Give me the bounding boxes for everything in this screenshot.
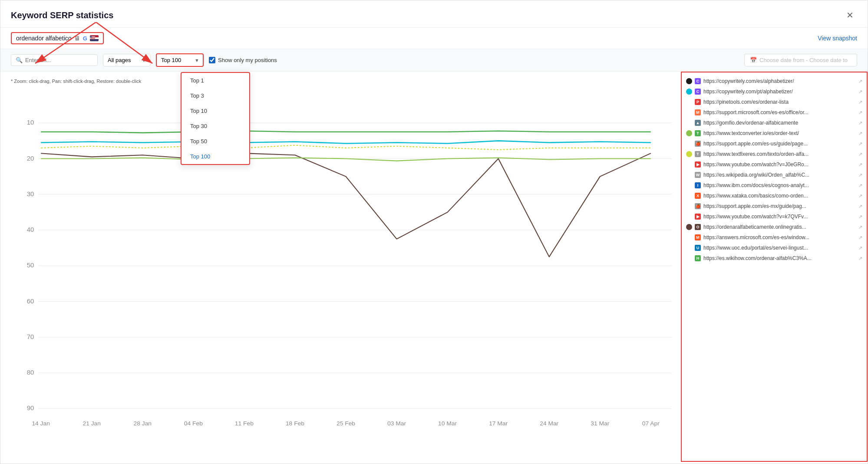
legend-color-placeholder [686,234,692,240]
legend-item[interactable]: ▶ https://www.youtube.com/watch?v=k7QVFv… [682,211,867,222]
dropdown-item-top30[interactable]: Top 30 [182,118,249,134]
external-link-icon: ↗ [858,79,862,84]
legend-item[interactable]: I https://www.ibm.com/docs/es/cognos-ana… [682,180,867,191]
legend-favicon: 🍎 [695,141,701,147]
keyword-text: ordenador alfabetico [16,35,72,42]
url-search-input[interactable] [25,57,93,63]
url-search-wrap: 🔍 [11,54,98,66]
calendar-icon: 📅 [750,57,757,63]
svg-text:21 Jan: 21 Jan [83,420,101,427]
keyword-tag: ordenador alfabetico 🖥 G 🇺🇸 [11,32,104,44]
legend-item[interactable]: ▶ https://www.youtube.com/watch?v=J0eGRo… [682,159,867,170]
close-button[interactable]: ✕ [843,8,857,22]
svg-text:50: 50 [27,262,34,269]
legend-item[interactable]: W https://es.wikipedia.org/wiki/Orden_al… [682,170,867,180]
google-icon: G [83,35,87,42]
external-link-icon: ↗ [858,183,862,188]
legend-favicon: W [695,172,701,178]
monitor-icon: 🖥 [74,35,80,42]
legend-favicon: C [695,78,701,84]
legend-item[interactable]: H https://es.wikihow.com/ordenar-alfab%C… [682,253,867,263]
view-snapshot-button[interactable]: View snapshot [818,35,857,42]
keyword-row: ordenador alfabetico 🖥 G 🇺🇸 View snapsho… [0,28,868,49]
show-my-positions-wrap: Show only my positions [209,57,277,63]
legend-favicon: T [695,151,701,157]
all-pages-select-wrap: All pages ▼ [103,54,151,66]
date-range-picker[interactable]: 📅 Choose date from - Choose date to [744,54,857,66]
date-range-placeholder: Choose date from - Choose date to [759,57,848,63]
svg-text:80: 80 [27,369,34,376]
legend-item[interactable]: T https://www.textconverter.io/es/order-… [682,128,867,138]
legend-favicon: M [695,109,701,115]
external-link-icon: ↗ [858,256,862,261]
chart-svg: 10 20 30 40 50 60 70 80 90 14 Jan 21 Jan… [11,87,681,453]
legend-url: https://www.uoc.edu/portal/es/servei-lin… [703,245,856,251]
legend-color-placeholder [686,172,692,178]
svg-text:31 Mar: 31 Mar [591,420,610,427]
external-link-icon: ↗ [858,120,862,126]
legend-url: https://support.apple.com/es-mx/guide/pa… [703,203,856,209]
external-link-icon: ↗ [858,245,862,251]
svg-text:18 Feb: 18 Feb [286,420,304,427]
dropdown-item-top100[interactable]: Top 100 [182,149,249,164]
external-link-icon: ↗ [858,214,862,220]
dropdown-item-top3[interactable]: Top 3 [182,88,249,103]
chart-area: * Zoom: click-drag, Pan: shift-click-dra… [0,72,681,462]
svg-text:10: 10 [27,119,34,126]
legend-item[interactable]: P https://pinetools.com/es/ordenar-lista… [682,97,867,107]
filter-bar: 🔍 All pages ▼ Top 100 ▼ Show only my pos… [0,49,868,72]
all-pages-select[interactable]: All pages [103,54,151,66]
show-my-positions-checkbox[interactable] [209,57,215,63]
dropdown-item-top1[interactable]: Top 1 [182,73,249,88]
legend-url: https://gomfio.dev/ordenar-alfabicamente [703,120,856,126]
legend-url: https://copywritely.com/pt/alphabetizer/ [703,89,856,95]
legend-favicon: I [695,182,701,188]
legend-item[interactable]: C https://copywritely.com/es/alphabetize… [682,76,867,86]
dropdown-item-top50[interactable]: Top 50 [182,134,249,149]
legend-item[interactable]: ▲ https://gomfio.dev/ordenar-alfabicamen… [682,118,867,128]
svg-text:25 Feb: 25 Feb [337,420,355,427]
legend-url: https://es.wikihow.com/ordenar-alfab%C3%… [703,255,856,261]
legend-item[interactable]: C https://copywritely.com/pt/alphabetize… [682,86,867,97]
legend-url: https://www.xataka.com/basics/como-orden… [703,193,856,199]
legend-item[interactable]: 🍎 https://support.apple.com/es-mx/guide/… [682,201,867,211]
legend-url: https://support.apple.com/es-us/guide/pa… [703,141,856,147]
legend-color-placeholder [686,214,692,220]
external-link-icon: ↗ [858,110,862,115]
legend-item[interactable]: M https://answers.microsoft.com/es-es/wi… [682,232,867,243]
dropdown-popup: Top 1 Top 3 Top 10 Top 30 Top 50 Top 100 [181,72,250,165]
legend-favicon: ▶ [695,214,701,220]
legend-url: https://es.wikipedia.org/wiki/Orden_alfa… [703,172,856,178]
legend-color-dot [686,224,692,230]
svg-text:30: 30 [27,191,34,197]
legend-color-dot [686,78,692,84]
svg-text:20: 20 [27,155,34,162]
svg-text:03 Mar: 03 Mar [387,420,406,427]
svg-text:90: 90 [27,405,34,412]
svg-text:07 Apr: 07 Apr [642,420,660,427]
search-icon: 🔍 [16,57,23,63]
legend-favicon: H [695,255,701,261]
legend-url: https://www.ibm.com/docs/es/cognos-analy… [703,182,856,188]
legend-color-dot [686,89,692,95]
main-content: * Zoom: click-drag, Pan: shift-click-dra… [0,72,868,462]
legend-item[interactable]: M https://support.microsoft.com/es-es/of… [682,107,867,118]
chart-hint: * Zoom: click-drag, Pan: shift-click-dra… [11,79,681,84]
legend-item[interactable]: U https://www.uoc.edu/portal/es/servei-l… [682,243,867,253]
svg-text:14 Jan: 14 Jan [32,420,50,427]
legend-item[interactable]: 🍎 https://support.apple.com/es-us/guide/… [682,138,867,149]
chart-svg-wrap[interactable]: 10 20 30 40 50 60 70 80 90 14 Jan 21 Jan… [11,87,681,453]
us-flag-icon: 🇺🇸 [90,35,99,41]
legend-favicon: U [695,245,701,251]
legend-url: https://ordenaralfabeticamente.onlinegra… [703,224,856,230]
legend-favicon: P [695,99,701,105]
legend-item[interactable]: T https://www.textfixeres.com/texto/orde… [682,149,867,159]
legend-panel: C https://copywritely.com/es/alphabetize… [681,72,868,462]
svg-text:10 Mar: 10 Mar [438,420,457,427]
top100-select[interactable]: Top 100 [156,53,204,67]
svg-text:24 Mar: 24 Mar [540,420,559,427]
legend-item[interactable]: O https://ordenaralfabeticamente.onlineg… [682,222,867,232]
legend-url: https://support.microsoft.com/es-es/offi… [703,109,856,115]
legend-item[interactable]: X https://www.xataka.com/basics/como-ord… [682,191,867,201]
dropdown-item-top10[interactable]: Top 10 [182,103,249,118]
